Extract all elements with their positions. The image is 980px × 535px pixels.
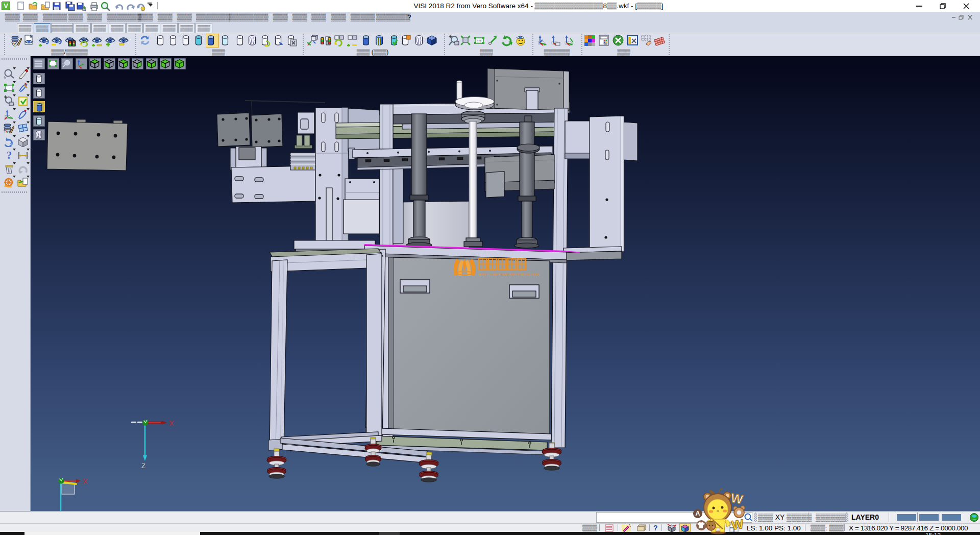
svg-text:?: ?: [7, 150, 12, 160]
svg-text:X: X: [83, 477, 88, 485]
svg-text:W: W: [730, 491, 744, 507]
svg-text:X: X: [169, 419, 174, 427]
svg-text:INTELLIGENT MANUFACTURING DATA: INTELLIGENT MANUFACTURING DATA: [479, 273, 540, 276]
svg-text:Z: Z: [141, 462, 145, 470]
svg-text:W: W: [730, 517, 745, 532]
svg-text:1:1: 1:1: [477, 39, 482, 43]
